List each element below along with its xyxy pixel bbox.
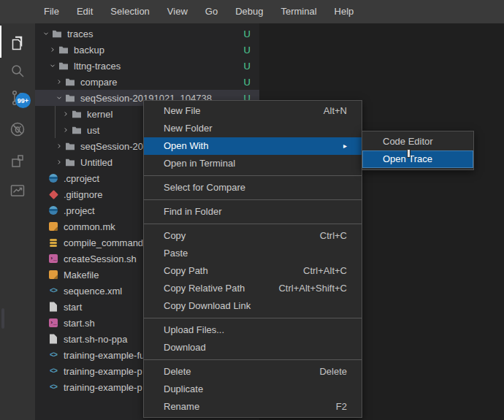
menu-separator (144, 175, 362, 176)
menu-item-delete[interactable]: DeleteDelete (144, 363, 362, 381)
xml-file-icon: <> (47, 349, 59, 361)
chevron-right-icon[interactable] (54, 156, 64, 168)
tree-label: lttng-traces (74, 61, 121, 72)
menu-item-open-in-terminal[interactable]: Open in Terminal (144, 155, 362, 172)
menu-item-copy-path[interactable]: Copy PathCtrl+Alt+C (144, 262, 362, 280)
folder-icon (64, 76, 76, 88)
menu-item-select-for-compare[interactable]: Select for Compare (144, 179, 362, 196)
menu-selection[interactable]: Selection (102, 0, 158, 23)
tree-row-compare[interactable]: compare U (35, 74, 259, 90)
eclipse-file-icon (47, 172, 59, 184)
menu-item-new-folder[interactable]: New Folder (144, 120, 362, 137)
menu-item-copy-download-link[interactable]: Copy Download Link (144, 297, 362, 315)
debug-icon[interactable] (0, 116, 35, 142)
menu-item-rename[interactable]: RenameF2 (144, 398, 362, 416)
files-icon[interactable] (0, 30, 35, 56)
json-file-icon (47, 237, 59, 248)
chevron-right-icon[interactable] (61, 124, 71, 136)
git-status-badge: U (244, 28, 251, 39)
folder-icon (64, 92, 76, 104)
menu-go[interactable]: Go (196, 0, 226, 23)
menu-item-duplicate[interactable]: Duplicate (144, 381, 362, 398)
menu-separator (144, 224, 362, 224)
folder-icon (64, 140, 76, 152)
shell-file-icon: ›_ (47, 317, 59, 329)
menu-item-download[interactable]: Download (144, 339, 362, 356)
menu-separator (144, 318, 362, 318)
menu-help[interactable]: Help (326, 0, 363, 23)
folder-icon (58, 60, 69, 72)
git-status-badge: U (244, 77, 251, 88)
menu-item-new-file[interactable]: New FileAlt+N (144, 102, 362, 120)
chevron-right-icon[interactable] (54, 76, 64, 88)
menu-item-find-in-folder[interactable]: Find in Folder (144, 203, 362, 221)
menu-item-copy[interactable]: CopyCtrl+C (144, 227, 362, 245)
tree-row-traces[interactable]: traces U (35, 26, 259, 42)
chevron-right-icon[interactable] (47, 44, 58, 56)
tree-label: training-example-p (64, 382, 142, 393)
folder-icon (71, 124, 83, 136)
tree-label: Untitled (80, 157, 112, 168)
git-file-icon (47, 188, 59, 200)
shell-file-icon: ›_ (47, 253, 59, 264)
makefile-icon (47, 221, 59, 232)
chevron-right-icon[interactable] (61, 108, 71, 120)
tree-label: seqSession-201 (80, 141, 148, 152)
tree-label: sequence.xml (64, 286, 122, 297)
xml-file-icon: <> (47, 381, 59, 393)
tree-label: training-example-p (64, 366, 142, 377)
tree-label: backup (74, 45, 104, 56)
submenu-item-open-trace[interactable]: Open Trace (362, 150, 473, 168)
tree-label: .project (64, 205, 95, 216)
tree-label: .gitignore (64, 189, 102, 200)
scrollbar-thumb[interactable] (1, 308, 4, 329)
menu-item-upload-files[interactable]: Upload Files... (144, 321, 362, 339)
folder-icon (64, 156, 76, 168)
tree-label: createSession.sh (64, 253, 137, 264)
chevron-down-icon[interactable] (41, 28, 51, 39)
tree-label: kernel (87, 109, 112, 120)
xml-file-icon: <> (47, 365, 59, 377)
menu-file[interactable]: File (35, 0, 68, 23)
tree-label: training-example-fu (64, 350, 145, 361)
tree-label: compile_command (64, 237, 143, 248)
tree-row-backup[interactable]: backup U (35, 42, 259, 58)
tree-row-lttng-traces[interactable]: lttng-traces U (35, 58, 259, 74)
mouse-cursor (407, 149, 411, 158)
chevron-down-icon[interactable] (54, 92, 64, 104)
context-menu: New FileAlt+N New Folder Open With▸ Open… (143, 100, 362, 418)
menu-terminal[interactable]: Terminal (272, 0, 325, 23)
menu-edit[interactable]: Edit (68, 0, 102, 23)
tree-label: common.mk (64, 221, 115, 232)
eclipse-file-icon (47, 205, 59, 216)
extensions-icon[interactable] (0, 148, 35, 175)
makefile-icon (47, 269, 59, 280)
menu-view[interactable]: View (159, 0, 196, 23)
tree-label: .cproject (64, 173, 99, 184)
chevron-right-icon[interactable] (54, 140, 64, 152)
git-status-badge: U (244, 61, 251, 72)
source-control-badge: 99+ (15, 93, 31, 108)
tree-label: start.sh-no-ppa (64, 334, 127, 345)
menu-item-paste[interactable]: Paste (144, 245, 362, 262)
tree-label: ust (87, 125, 99, 136)
file-icon (47, 301, 59, 313)
menu-item-open-with[interactable]: Open With▸ (144, 137, 362, 155)
app-window: File Edit Selection View Go Debug Termin… (0, 0, 504, 420)
menu-separator (144, 199, 362, 200)
tree-label: start (64, 302, 82, 313)
xml-file-icon: <> (47, 285, 59, 297)
menubar: File Edit Selection View Go Debug Termin… (0, 0, 504, 23)
submenu-arrow-icon: ▸ (343, 137, 347, 155)
chevron-down-icon[interactable] (47, 60, 58, 72)
menu-item-copy-relative-path[interactable]: Copy Relative PathCtrl+Alt+Shift+C (144, 280, 362, 297)
git-status-badge: U (244, 45, 251, 56)
file-icon (47, 333, 59, 345)
trace-analysis-icon[interactable] (0, 177, 35, 204)
tree-label: compare (80, 77, 118, 88)
submenu-item-code-editor[interactable]: Code Editor (362, 133, 473, 150)
activity-bar: 99+ (0, 23, 35, 420)
menu-debug[interactable]: Debug (226, 0, 272, 23)
folder-icon (51, 28, 63, 39)
search-icon[interactable] (0, 58, 35, 84)
